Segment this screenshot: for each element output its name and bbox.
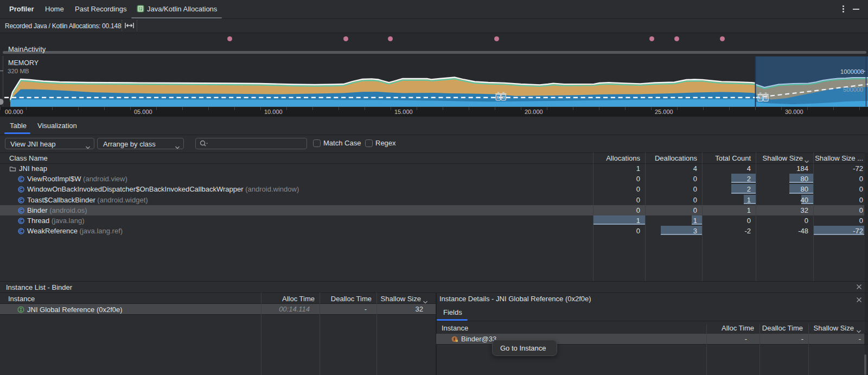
svg-text:1000000: 1000000 (840, 68, 864, 75)
svg-text:500000: 500000 (843, 86, 863, 93)
